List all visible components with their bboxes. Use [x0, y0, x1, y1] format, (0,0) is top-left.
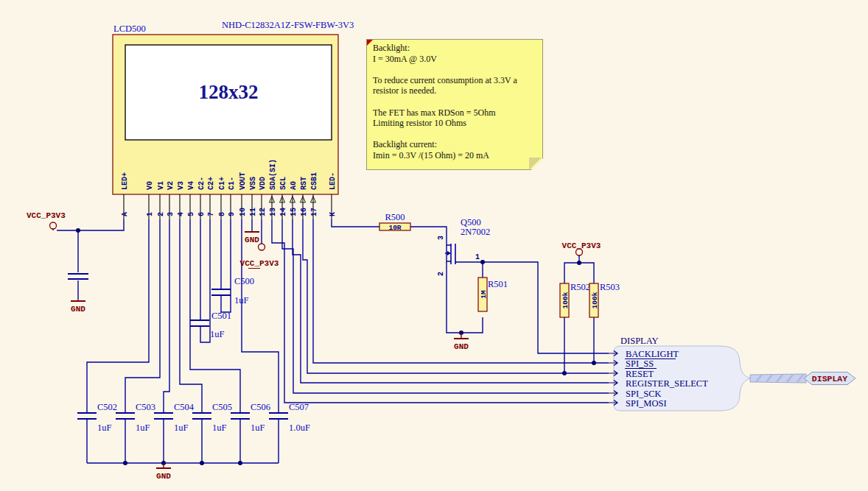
- lcd-pin-number-4: 4: [177, 212, 185, 216]
- lcd-component[interactable]: 128x32 LCD500 NHD-C12832A1Z-FSW-FBW-3V3 …: [113, 20, 354, 219]
- c503-value[interactable]: 1uF: [136, 423, 150, 433]
- lcd-pin-number-K: K: [329, 212, 337, 216]
- note-text: Backlight: I = 30mA @ 3.0V To reduce cur…: [373, 43, 539, 161]
- c505-value[interactable]: 1uF: [212, 423, 227, 433]
- gnd-label[interactable]: GND: [156, 472, 171, 481]
- c500-value[interactable]: 1uF: [234, 295, 249, 305]
- capacitor-c505[interactable]: C505 1uF: [192, 402, 232, 433]
- q500-part[interactable]: 2N7002: [461, 227, 490, 237]
- resistor-r502[interactable]: R502 100k: [560, 282, 590, 317]
- c507-ref[interactable]: C507: [289, 402, 309, 412]
- capacitor-c502[interactable]: C502 1uF: [77, 402, 117, 433]
- harness-signal-spi-mosi[interactable]: SPI_MOSI: [626, 398, 667, 409]
- harness-signal-reset[interactable]: RESET: [626, 369, 654, 379]
- capacitor-c506[interactable]: C506 1uF: [231, 402, 270, 433]
- wire[interactable]: [57, 219, 124, 230]
- capacitor-c501[interactable]: C501 1uF: [190, 311, 231, 339]
- lcd-pin-name-13: SDA(SI): [269, 159, 277, 190]
- lcd-pin-number-14: 14: [279, 208, 287, 216]
- lcd-pin-number-11: 11: [249, 208, 257, 216]
- vcc-label[interactable]: VCC_P3V3: [240, 259, 279, 268]
- power-port-gnd-fet[interactable]: GND: [454, 333, 469, 351]
- c504-value[interactable]: 1uF: [174, 423, 189, 433]
- power-port-gnd-c508[interactable]: GND: [71, 299, 85, 314]
- display-harness[interactable]: DISPLAY BACKLIGHT SPI_SS RESET REGISTER_…: [609, 336, 806, 411]
- lcd-designator[interactable]: LCD500: [113, 24, 146, 34]
- wire[interactable]: [242, 219, 279, 413]
- r503-value[interactable]: 100k: [591, 292, 599, 308]
- r502-value[interactable]: 100k: [561, 292, 570, 308]
- power-port-vcc-vdd[interactable]: VCC_P3V3: [240, 244, 279, 269]
- wire[interactable]: [410, 227, 483, 333]
- r500-ref[interactable]: R500: [385, 212, 405, 222]
- vcc-label[interactable]: VCC_P3V3: [27, 211, 66, 220]
- capacitor-c503[interactable]: C503 1uF: [116, 402, 155, 433]
- lcd-pin-name-7: C2+: [207, 177, 215, 190]
- c505-ref[interactable]: C505: [212, 402, 232, 412]
- r501-ref[interactable]: R501: [488, 279, 508, 289]
- wire[interactable]: [221, 219, 231, 312]
- wire[interactable]: [332, 219, 379, 227]
- lcd-pin-name-4: V3: [177, 181, 185, 190]
- wire[interactable]: [564, 263, 594, 283]
- c501-value[interactable]: 1uF: [210, 329, 225, 339]
- wire[interactable]: [200, 219, 210, 342]
- lcd-pin-name-3: V2: [167, 181, 175, 190]
- r500-value[interactable]: 10R: [388, 224, 401, 232]
- capacitor-c504[interactable]: C504 1uF: [154, 402, 195, 433]
- q500-ref[interactable]: Q500: [461, 217, 481, 227]
- resistor-r503[interactable]: R503 100k: [589, 282, 620, 317]
- lcd-pin-name-5: V4: [187, 181, 195, 190]
- gnd-label[interactable]: GND: [71, 305, 85, 314]
- r503-ref[interactable]: R503: [600, 282, 620, 292]
- gnd-label[interactable]: GND: [245, 236, 259, 244]
- harness-signal-spi-sck[interactable]: SPI_SCK: [626, 389, 662, 399]
- lcd-pin-name-A: LED+: [121, 172, 129, 190]
- c506-ref[interactable]: C506: [251, 402, 270, 412]
- harness-signal-spi-ss[interactable]: SPI_SS: [626, 358, 654, 369]
- port-label[interactable]: DISPLAY: [812, 374, 847, 384]
- power-port-vcc-left[interactable]: VCC_P3V3: [27, 211, 66, 230]
- capacitor-c507[interactable]: C507 1.0uF: [269, 402, 310, 433]
- c501-ref[interactable]: C501: [211, 311, 231, 321]
- c507-value[interactable]: 1.0uF: [289, 423, 310, 433]
- vcc-circle-icon: [259, 244, 265, 250]
- lcd-pin-number-3: 3: [167, 212, 175, 216]
- display-port[interactable]: DISPLAY: [804, 372, 855, 385]
- lcd-part-number[interactable]: NHD-C12832A1Z-FSW-FBW-3V3: [222, 20, 354, 30]
- c502-ref[interactable]: C502: [97, 402, 117, 412]
- vcc-circle-icon: [50, 222, 57, 229]
- q500-pin-drain: 3: [437, 236, 445, 240]
- note-corner-marker-icon: [367, 40, 373, 46]
- power-port-vcc-right[interactable]: VCC_P3V3: [562, 241, 601, 255]
- capacitor-c500[interactable]: C500 1uF: [211, 276, 254, 305]
- vcc-label[interactable]: VCC_P3V3: [562, 241, 601, 250]
- lcd-pin-number-10: 10: [239, 208, 247, 216]
- wire[interactable]: [272, 219, 609, 403]
- q500-pin-gate: 1: [475, 253, 480, 261]
- resistor-r500[interactable]: R500 10R: [379, 212, 410, 232]
- wire[interactable]: [125, 219, 160, 413]
- r501-value[interactable]: 1M: [480, 290, 488, 299]
- harness-signal-backlight[interactable]: BACKLIGHT: [626, 349, 679, 359]
- wire[interactable]: [164, 219, 169, 413]
- resistor-r501[interactable]: R501 1M: [478, 278, 508, 311]
- c500-ref[interactable]: C500: [234, 276, 254, 286]
- c502-value[interactable]: 1uF: [97, 423, 112, 433]
- power-port-gnd-caps[interactable]: GND: [156, 463, 171, 481]
- harness-signal-register-select[interactable]: REGISTER_SELECT: [626, 378, 708, 389]
- note-backlight[interactable]: Backlight: I = 30mA @ 3.0V To reduce cur…: [366, 39, 543, 170]
- gnd-label[interactable]: GND: [454, 342, 469, 351]
- power-port-gnd-vss[interactable]: GND: [245, 230, 259, 244]
- wire[interactable]: [180, 219, 202, 413]
- lcd-pin-number-17: 17: [310, 208, 318, 216]
- c503-ref[interactable]: C503: [136, 402, 155, 412]
- lcd-pin-name-16: RST: [300, 177, 308, 190]
- c506-value[interactable]: 1uF: [251, 423, 265, 433]
- r502-ref[interactable]: R502: [570, 282, 590, 292]
- harness-title[interactable]: DISPLAY: [620, 336, 659, 346]
- wire[interactable]: [87, 219, 149, 413]
- capacitor-c508[interactable]: [68, 274, 88, 279]
- c504-ref[interactable]: C504: [174, 402, 195, 412]
- capacitor-icon: [77, 413, 97, 419]
